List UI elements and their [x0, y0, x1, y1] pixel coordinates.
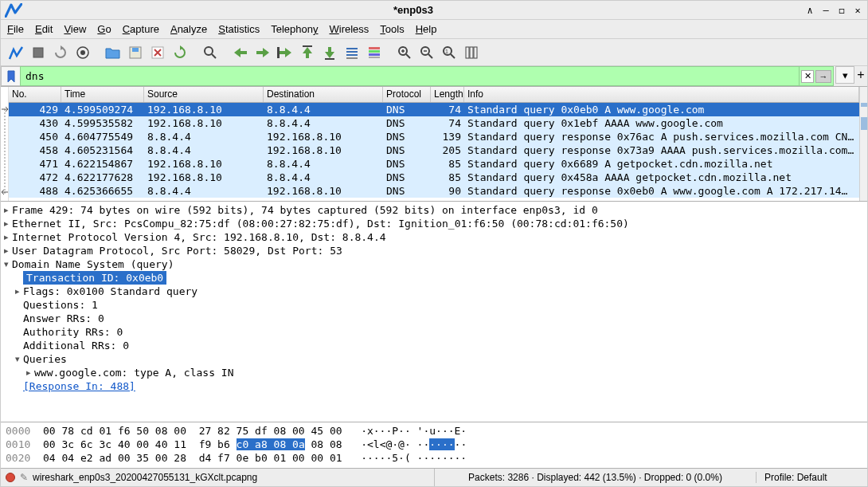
- start-capture-button[interactable]: [6, 42, 26, 63]
- hex-selection: c0 a8 08 0a: [237, 438, 305, 450]
- menu-edit[interactable]: Edit: [35, 23, 53, 35]
- capture-file-properties-icon[interactable]: ✎: [20, 472, 28, 483]
- clear-filter-icon[interactable]: ✕: [801, 70, 814, 83]
- save-file-button[interactable]: [125, 42, 146, 63]
- go-back-button[interactable]: [230, 42, 251, 63]
- col-header-no[interactable]: No.: [9, 87, 61, 102]
- stop-capture-button[interactable]: [28, 42, 49, 63]
- expand-icon[interactable]: ▸: [1, 230, 12, 244]
- menu-file[interactable]: File: [7, 23, 24, 35]
- zoom-in-button[interactable]: [394, 42, 415, 63]
- close-file-button[interactable]: [147, 42, 168, 63]
- expand-icon[interactable]: ▸: [1, 217, 12, 230]
- packet-row[interactable]: 4724.622177628192.168.8.108.8.4.4DNS85St…: [9, 171, 859, 184]
- detail-authority-rrs[interactable]: Authority RRs: 0: [23, 325, 123, 339]
- open-file-button[interactable]: [103, 42, 123, 63]
- packet-list-scrollbar[interactable]: [859, 87, 867, 201]
- go-last-button[interactable]: [319, 42, 340, 63]
- detail-response-link[interactable]: [Response In: 488]: [23, 379, 135, 393]
- packet-row[interactable]: 4504.6047755498.8.4.4192.168.8.10DNS139S…: [9, 130, 859, 143]
- display-filter-input[interactable]: [20, 66, 800, 86]
- filter-expression-button[interactable]: ▾: [835, 66, 854, 84]
- window-minimize-button[interactable]: —: [819, 4, 832, 17]
- menu-view[interactable]: View: [64, 23, 86, 35]
- related-packets-gutter: [1, 87, 9, 201]
- go-forward-button[interactable]: [252, 42, 273, 63]
- go-to-packet-button[interactable]: [275, 42, 295, 63]
- window-close-button[interactable]: ✕: [851, 4, 864, 17]
- zoom-out-button[interactable]: [416, 42, 437, 63]
- main-toolbar: 1: [1, 39, 867, 66]
- bookmark-filter-icon[interactable]: [1, 66, 20, 86]
- detail-questions[interactable]: Questions: 1: [23, 298, 98, 312]
- col-header-protocol[interactable]: Protocol: [383, 87, 431, 102]
- reload-file-button[interactable]: [170, 42, 190, 63]
- menu-tools[interactable]: Tools: [380, 23, 404, 35]
- expand-icon[interactable]: ▸: [1, 244, 12, 257]
- window-maximize-button[interactable]: ◻: [835, 4, 848, 17]
- packet-row[interactable]: 4294.599509274192.168.8.108.8.4.4DNS74St…: [9, 103, 859, 116]
- packet-row[interactable]: 4304.599535582192.168.8.108.8.4.4DNS74St…: [9, 116, 859, 130]
- detail-frame[interactable]: Frame 429: 74 bytes on wire (592 bits), …: [12, 203, 598, 217]
- detail-udp[interactable]: User Datagram Protocol, Src Port: 58029,…: [12, 244, 342, 257]
- detail-dns[interactable]: Domain Name System (query): [12, 257, 174, 271]
- svg-rect-13: [346, 54, 358, 56]
- menu-go[interactable]: Go: [97, 23, 111, 35]
- packet-list-body[interactable]: 4294.599509274192.168.8.108.8.4.4DNS74St…: [9, 103, 859, 198]
- svg-rect-8: [277, 47, 280, 58]
- svg-rect-31: [474, 47, 477, 58]
- menu-wireless[interactable]: Wireless: [330, 23, 369, 35]
- svg-rect-0: [33, 48, 43, 57]
- window-title: *enp0s3: [26, 4, 800, 16]
- col-header-info[interactable]: Info: [464, 87, 859, 102]
- svg-rect-12: [346, 51, 358, 53]
- restart-capture-button[interactable]: [50, 42, 71, 63]
- svg-line-24: [428, 54, 432, 58]
- add-filter-button[interactable]: +: [854, 66, 867, 86]
- go-first-button[interactable]: [297, 42, 318, 63]
- expand-icon[interactable]: ▸: [23, 366, 34, 379]
- col-header-time[interactable]: Time: [61, 87, 144, 102]
- menu-capture[interactable]: Capture: [123, 23, 159, 35]
- menu-help[interactable]: Help: [416, 23, 437, 35]
- packet-details-pane[interactable]: ▸Frame 429: 74 bytes on wire (592 bits),…: [1, 202, 867, 422]
- menu-analyze[interactable]: Analyze: [170, 23, 207, 35]
- packet-list-header[interactable]: No. Time Source Destination Protocol Len…: [9, 87, 859, 103]
- packet-row[interactable]: 4714.622154867192.168.8.108.8.4.4DNS85St…: [9, 157, 859, 171]
- expert-info-icon[interactable]: [6, 473, 15, 482]
- title-bar: *enp0s3 ∧ — ◻ ✕: [1, 1, 867, 20]
- detail-queries[interactable]: Queries: [23, 352, 67, 366]
- detail-additional-rrs[interactable]: Additional RRs: 0: [23, 339, 129, 352]
- display-filter-bar: ✕ → ▾ +: [1, 66, 867, 87]
- col-header-source[interactable]: Source: [144, 87, 264, 102]
- menu-statistics[interactable]: Statistics: [218, 23, 260, 35]
- packet-list-pane: No. Time Source Destination Protocol Len…: [1, 87, 867, 202]
- detail-ethernet[interactable]: Ethernet II, Src: PcsCompu_82:75:df (08:…: [12, 217, 629, 230]
- detail-answer-rrs[interactable]: Answer RRs: 0: [23, 312, 104, 325]
- detail-flags[interactable]: Flags: 0x0100 Standard query: [23, 285, 197, 298]
- capture-options-button[interactable]: [72, 42, 93, 63]
- collapse-icon[interactable]: ▾: [1, 257, 12, 271]
- col-header-destination[interactable]: Destination: [264, 87, 383, 102]
- detail-ip[interactable]: Internet Protocol Version 4, Src: 192.16…: [12, 230, 386, 244]
- find-packet-button[interactable]: [200, 42, 221, 63]
- packet-bytes-pane[interactable]: 0000 00 78 cd 01 f6 50 08 00 27 82 75 df…: [1, 422, 867, 469]
- packet-row[interactable]: 4884.6253666558.8.4.4192.168.8.10DNS90St…: [9, 184, 859, 198]
- detail-query-0[interactable]: www.google.com: type A, class IN: [34, 366, 233, 379]
- zoom-reset-button[interactable]: 1: [439, 42, 459, 63]
- packet-row[interactable]: 4584.6052315648.8.4.4192.168.8.10DNS205S…: [9, 143, 859, 157]
- svg-rect-17: [369, 53, 380, 56]
- collapse-icon[interactable]: ▾: [12, 352, 23, 366]
- svg-rect-4: [132, 48, 139, 52]
- auto-scroll-button[interactable]: [342, 42, 362, 63]
- status-profile[interactable]: Profile: Default: [756, 472, 867, 483]
- colorize-button[interactable]: [364, 42, 385, 63]
- apply-filter-icon[interactable]: →: [815, 70, 831, 83]
- menu-telephony[interactable]: Telephony: [271, 23, 318, 35]
- resize-columns-button[interactable]: [461, 42, 482, 63]
- detail-transaction-id[interactable]: Transaction ID: 0x0eb0: [23, 271, 166, 285]
- window-up-button[interactable]: ∧: [803, 4, 816, 17]
- col-header-length[interactable]: Length: [431, 87, 464, 102]
- expand-icon[interactable]: ▸: [12, 285, 23, 298]
- status-bar: ✎ wireshark_enp0s3_20200427055131_kGXclt…: [1, 469, 867, 486]
